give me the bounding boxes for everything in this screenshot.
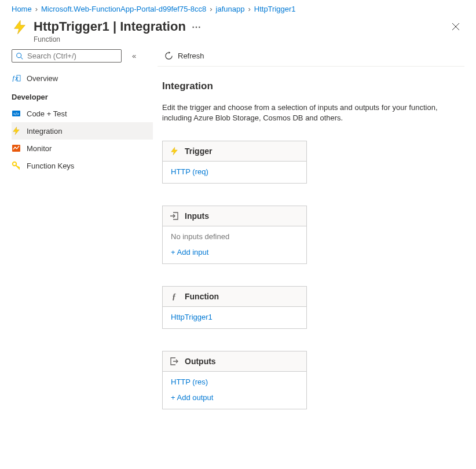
svg-point-0 [17,53,21,57]
refresh-label: Refresh [178,52,204,60]
sidebar-section-developer: Developer [12,87,153,105]
svg-text:ƒx: ƒx [12,75,19,82]
add-output-button[interactable]: + Add output [171,393,298,402]
card-title: Function [185,292,219,301]
content-title: Integration [162,80,464,92]
card-title: Outputs [185,357,216,366]
page-subtitle: Function [34,35,447,43]
sidebar-item-overview[interactable]: ƒx Overview [12,69,153,87]
breadcrumb-app[interactable]: jafunapp [216,5,245,13]
chevron-right-icon: › [35,5,38,13]
trigger-card-header: Trigger [163,141,306,162]
sidebar-item-label: Code + Test [27,109,67,118]
svg-line-1 [21,57,23,59]
search-icon [16,52,24,60]
card-title: Trigger [185,146,212,156]
trigger-link[interactable]: HTTP (req) [171,167,298,176]
lightning-icon [12,126,21,135]
inputs-card-header: Inputs [163,206,306,226]
main-content: Refresh Integration Edit the trigger and… [153,49,476,431]
page-header: HttpTrigger1 | Integration ⋯ Function [0,16,476,47]
breadcrumb-resource-group[interactable]: Microsoft.Web-FunctionApp-Portal-d99fef7… [41,5,206,13]
page-title-section: Integration [120,19,186,34]
breadcrumb-home[interactable]: Home [12,5,32,13]
page-title-name: HttpTrigger1 [34,19,109,34]
outputs-card-header: Outputs [163,351,306,372]
search-field[interactable] [27,52,118,60]
refresh-icon [164,52,173,60]
lightning-icon [12,19,28,35]
collapse-sidebar-button[interactable]: « [132,52,136,60]
lightning-icon [170,146,179,156]
svg-text:ƒ: ƒ [172,292,176,301]
chevron-right-icon: › [248,5,250,13]
sidebar-item-integration[interactable]: Integration [12,122,153,140]
sidebar-item-code-test[interactable]: </> Code + Test [12,105,153,122]
trigger-card: Trigger HTTP (req) [162,141,307,184]
chevron-right-icon: › [210,5,212,13]
output-arrow-icon [170,357,179,366]
sidebar: « ƒx Overview Developer </> Code + Test … [12,49,153,431]
close-button[interactable] [447,19,464,36]
sidebar-item-label: Integration [27,127,62,135]
close-icon [452,23,460,31]
search-input[interactable] [12,49,122,63]
sidebar-item-label: Monitor [27,144,52,153]
code-icon: </> [12,109,21,118]
svg-text:</>: </> [13,112,19,116]
input-arrow-icon [170,211,179,221]
sidebar-item-function-keys[interactable]: Function Keys [12,157,153,174]
inputs-empty-text: No inputs defined [171,232,298,241]
outputs-card: Outputs HTTP (res) + Add output [162,351,307,409]
page-title-sep: | [109,19,120,34]
function-link[interactable]: HttpTrigger1 [171,313,298,321]
inputs-card: Inputs No inputs defined + Add input [162,206,307,264]
key-icon [12,161,21,170]
content-description: Edit the trigger and choose from a selec… [162,102,457,123]
sidebar-item-label: Overview [27,74,58,83]
breadcrumb: Home › Microsoft.Web-FunctionApp-Portal-… [0,0,476,16]
breadcrumb-function[interactable]: HttpTrigger1 [254,5,296,13]
output-link[interactable]: HTTP (res) [171,378,298,386]
add-input-button[interactable]: + Add input [171,248,298,257]
function-card: ƒ Function HttpTrigger1 [162,286,307,329]
toolbar: Refresh [158,49,464,67]
sidebar-item-monitor[interactable]: Monitor [12,140,153,157]
function-card-header: ƒ Function [163,287,306,307]
page-title: HttpTrigger1 | Integration ⋯ [34,19,447,34]
more-icon[interactable]: ⋯ [192,21,202,32]
refresh-button[interactable]: Refresh [164,52,204,60]
function-f-icon: ƒ [170,292,179,301]
card-title: Inputs [185,211,209,221]
sidebar-item-label: Function Keys [27,162,74,170]
function-icon: ƒx [12,74,21,83]
monitor-icon [12,144,21,153]
